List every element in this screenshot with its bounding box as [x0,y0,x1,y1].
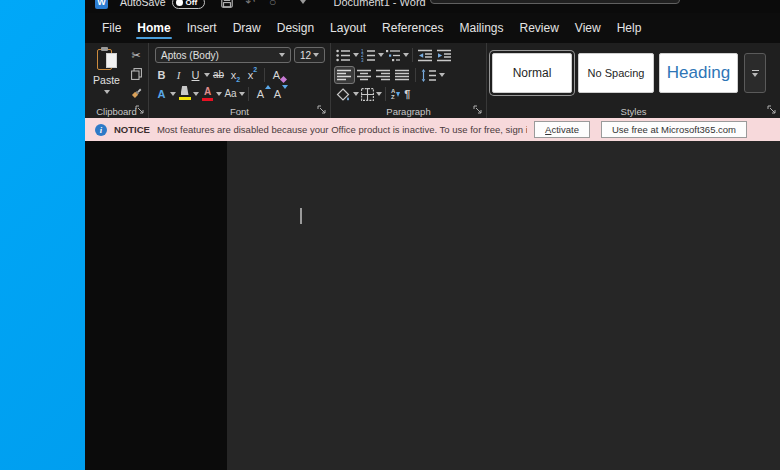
font-group-label: Font [149,106,330,117]
tab-mailings[interactable]: Mailings [451,13,511,43]
superscript-button[interactable]: x 2 [244,66,261,83]
search-box[interactable] [430,0,680,4]
align-left-button[interactable] [334,66,355,84]
license-notice-bar: i NOTICE Most features are disabled beca… [85,118,780,141]
clear-formatting-button[interactable]: A [268,66,285,83]
word-app-icon: W [95,0,108,9]
italic-button[interactable]: I [170,66,187,83]
chevron-down-icon [300,0,306,4]
highlight-color-button[interactable] [176,85,193,102]
search-input[interactable] [455,0,671,1]
copy-button[interactable] [127,66,145,82]
font-color-button[interactable]: A [199,85,216,102]
redo-icon: ○ [269,0,276,8]
chevron-down-icon [104,90,110,94]
chevron-down-icon[interactable] [239,92,245,96]
change-case-button[interactable]: Aa [222,85,239,102]
chevron-down-icon[interactable] [376,92,382,96]
text-cursor [300,208,302,224]
increase-indent-button[interactable] [435,47,454,63]
tab-review[interactable]: Review [512,13,567,43]
chevron-down-icon[interactable] [403,53,409,57]
chevron-down-icon[interactable] [439,73,445,77]
use-free-button[interactable]: Use free at Microsoft365.com [601,121,747,138]
clipboard-dialog-launcher[interactable] [134,104,145,115]
subscript-button[interactable]: x 2 [227,66,244,83]
separator [248,87,249,101]
styles-dialog-launcher[interactable] [766,104,777,115]
font-dialog-launcher[interactable] [316,104,327,115]
pilcrow-icon: ¶ [404,88,410,100]
multilevel-list-icon [386,49,401,62]
align-center-button[interactable] [355,67,374,83]
numbering-button[interactable]: 1 2 3 [359,47,378,63]
tab-help[interactable]: Help [609,13,650,43]
justify-button[interactable] [393,67,412,83]
format-painter-icon [130,87,143,100]
svg-text:3: 3 [361,57,364,61]
format-painter-button[interactable] [127,85,145,101]
text-effects-button[interactable]: A [153,85,170,102]
paragraph-dialog-launcher[interactable] [472,104,483,115]
dialog-launcher-icon [473,105,482,114]
borders-button[interactable] [359,86,376,102]
style-normal[interactable]: Normal [492,53,572,93]
paint-bucket-icon [336,88,351,101]
font-size-select[interactable]: 12 [294,47,325,63]
justify-icon [395,69,410,81]
shading-button[interactable] [334,86,353,102]
decrease-indent-button[interactable] [416,47,435,63]
styles-group: Normal No Spacing Heading Styles [487,43,780,118]
document-title: Document1 - Word [334,0,426,8]
style-no-spacing[interactable]: No Spacing [578,53,654,93]
tab-references[interactable]: References [374,13,451,43]
align-left-icon [337,69,352,81]
autosave-toggle[interactable]: Off [172,0,205,9]
borders-icon [361,88,374,101]
tab-view[interactable]: View [567,13,609,43]
font-name-select[interactable]: Aptos (Body) [155,47,291,63]
strikethrough-button[interactable]: ab [210,66,227,83]
undo-button[interactable]: ↶ [242,0,260,10]
sort-icon: A Z [391,88,400,100]
tab-home[interactable]: Home [129,13,178,43]
subscript-digit: 2 [236,76,240,83]
eraser-icon [280,76,287,83]
style-heading[interactable]: Heading [659,53,738,93]
tab-insert[interactable]: Insert [179,13,225,43]
show-formatting-button[interactable]: ¶ [402,86,412,102]
ribbon: Paste ✂ [85,43,780,118]
underline-button[interactable]: U [187,66,204,83]
sort-button[interactable]: A Z [389,86,402,102]
cut-button[interactable]: ✂ [127,47,145,63]
document-page[interactable] [227,141,780,470]
outdent-icon [418,49,433,62]
quick-access-dropdown[interactable] [294,0,312,10]
activate-button[interactable]: Activate [534,121,590,138]
font-group: Aptos (Body) 12 B I U ab x 2 [149,43,331,118]
bullets-button[interactable] [334,47,353,63]
tab-layout[interactable]: Layout [322,13,374,43]
shrink-font-button[interactable]: A [269,85,286,102]
bold-button[interactable]: B [153,66,170,83]
line-spacing-button[interactable] [419,67,439,83]
toggle-knob-icon [176,0,183,6]
redo-button[interactable]: ○ [264,0,282,10]
font-size-value: 12 [300,50,311,61]
font-name-value: Aptos (Body) [161,50,219,61]
save-button[interactable] [218,0,236,10]
copy-icon [131,68,142,80]
multilevel-list-button[interactable] [384,47,403,63]
styles-gallery-more-button[interactable] [744,53,766,93]
paste-button[interactable]: Paste [88,46,125,103]
dialog-launcher-icon [135,105,144,114]
align-right-button[interactable] [374,67,393,83]
paste-icon [97,48,117,72]
grow-font-button[interactable]: A [252,85,269,102]
tab-design[interactable]: Design [269,13,322,43]
dialog-launcher-icon [767,105,776,114]
tab-draw[interactable]: Draw [225,13,269,43]
separator [412,48,413,62]
autosave-state: Off [186,0,198,7]
tab-file[interactable]: File [94,13,129,43]
